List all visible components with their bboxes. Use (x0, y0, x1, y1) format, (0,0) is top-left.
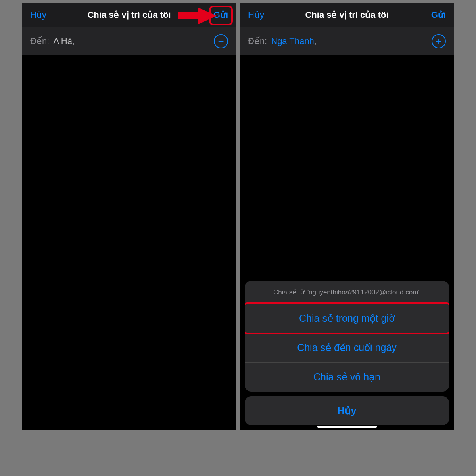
page-title: Chia sẻ vị trí của tôi (87, 10, 171, 20)
option-label: Chia sẻ đến cuối ngày (297, 342, 397, 353)
to-field-row[interactable]: Đến: Nga Thanh , + (240, 27, 454, 55)
phone-right: Hủy Chia sẻ vị trí của tôi Gửi Đến: Nga … (240, 3, 454, 430)
to-recipient[interactable]: Nga Thanh (271, 36, 314, 46)
send-button[interactable]: Gửi (426, 10, 446, 20)
action-sheet-group: Chia sẻ từ “nguyenthihoa29112002@icloud.… (245, 281, 449, 392)
option-label: Chia sẻ trong một giờ (299, 313, 395, 324)
to-label: Đến: (248, 36, 267, 46)
navbar: Hủy Chia sẻ vị trí của tôi Gửi (240, 3, 454, 27)
to-recipient[interactable]: A Hà (53, 36, 72, 46)
phone-left: Hủy Chia sẻ vị trí của tôi Gửi Đến: A Hà… (22, 3, 236, 430)
share-one-hour-option[interactable]: Chia sẻ trong một giờ (245, 303, 449, 333)
to-comma: , (72, 36, 75, 46)
navbar: Hủy Chia sẻ vị trí của tôi Gửi (22, 3, 236, 27)
action-sheet: Chia sẻ từ “nguyenthihoa29112002@icloud.… (245, 281, 449, 425)
action-sheet-header: Chia sẻ từ “nguyenthihoa29112002@icloud.… (245, 281, 449, 303)
add-contact-button[interactable]: + (214, 34, 228, 48)
home-indicator[interactable] (317, 426, 377, 428)
cancel-button[interactable]: Hủy (248, 10, 268, 20)
share-end-of-day-option[interactable]: Chia sẻ đến cuối ngày (245, 333, 449, 362)
cancel-button[interactable]: Hủy (30, 10, 50, 20)
page-title: Chia sẻ vị trí của tôi (305, 10, 388, 20)
to-field-row[interactable]: Đến: A Hà , + (22, 27, 236, 55)
option-label: Chia sẻ vô hạn (313, 371, 380, 382)
action-sheet-cancel-button[interactable]: Hủy (245, 396, 449, 425)
to-label: Đến: (30, 36, 49, 46)
plus-icon: + (218, 36, 224, 46)
share-indefinitely-option[interactable]: Chia sẻ vô hạn (245, 362, 449, 392)
add-contact-button[interactable]: + (432, 34, 446, 48)
plus-icon: + (436, 36, 441, 46)
send-button[interactable]: Gửi (208, 10, 228, 20)
content-area (22, 55, 236, 430)
to-comma: , (314, 36, 317, 46)
